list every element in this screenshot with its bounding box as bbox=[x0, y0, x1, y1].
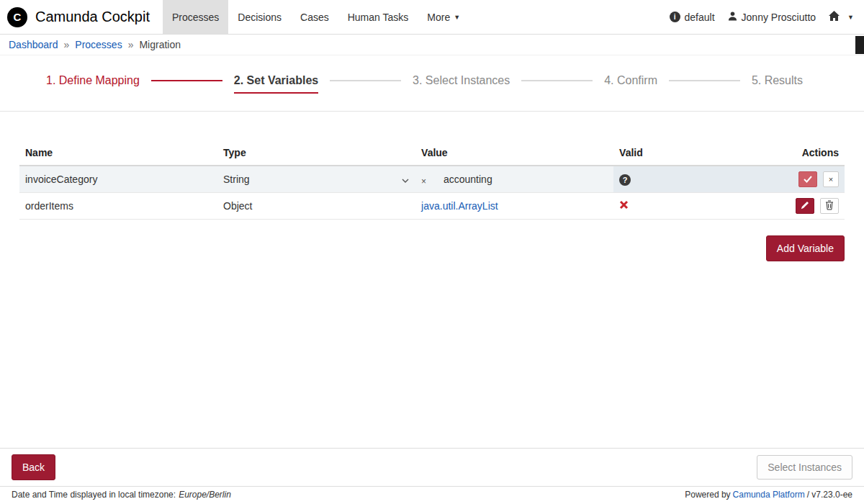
top-navbar: C Camunda Cockpit Processes Decisions Ca… bbox=[0, 0, 864, 35]
app-title: Camunda Cockpit bbox=[35, 9, 150, 25]
trash-icon bbox=[825, 200, 834, 212]
nav-item-decisions[interactable]: Decisions bbox=[228, 0, 291, 34]
user-menu[interactable]: Jonny Prosciutto bbox=[728, 11, 816, 23]
value-object-link[interactable]: java.util.ArrayList bbox=[421, 200, 498, 212]
back-button[interactable]: Back bbox=[12, 454, 55, 480]
chevron-down-icon: ▼ bbox=[847, 14, 854, 21]
edit-variable-button[interactable] bbox=[796, 198, 814, 214]
variables-table: Name Type Value Valid Actions invoiceCat… bbox=[19, 140, 845, 220]
breadcrumb-current: Migration bbox=[139, 39, 181, 50]
step-connector bbox=[151, 80, 222, 81]
breadcrumb-dashboard[interactable]: Dashboard bbox=[9, 39, 58, 50]
version-info: Powered byCamunda Platform/ v7.23.0-ee bbox=[683, 490, 852, 500]
engine-selector[interactable]: i default bbox=[670, 12, 715, 23]
nav-item-processes[interactable]: Processes bbox=[163, 0, 228, 34]
version-label: / v7.23.0-ee bbox=[807, 490, 852, 500]
app-root: C Camunda Cockpit Processes Decisions Ca… bbox=[0, 0, 864, 504]
add-variable-button[interactable]: Add Variable bbox=[766, 235, 845, 261]
page-footer: Date and Time displayed in local timezon… bbox=[0, 486, 864, 504]
step-select-instances: 3. Select Instances bbox=[413, 74, 510, 94]
valid-cell bbox=[613, 193, 754, 220]
type-select[interactable]: String bbox=[223, 174, 409, 185]
step-connector bbox=[521, 80, 593, 81]
breadcrumb: Dashboard » Processes » Migration bbox=[0, 35, 864, 55]
home-menu[interactable]: ▼ bbox=[829, 11, 854, 23]
timezone-info: Date and Time displayed in local timezon… bbox=[12, 490, 231, 500]
header-valid: Valid bbox=[613, 140, 754, 166]
chevron-down-icon bbox=[402, 174, 409, 185]
actions-cell bbox=[754, 193, 845, 220]
breadcrumb-separator: » bbox=[128, 39, 134, 50]
valid-cell: ? bbox=[613, 166, 754, 193]
header-name: Name bbox=[19, 140, 217, 166]
actions-cell: × bbox=[754, 166, 845, 193]
step-results: 5. Results bbox=[752, 74, 803, 94]
check-icon bbox=[804, 174, 812, 185]
step-connector bbox=[330, 80, 401, 81]
bottom-toolbar: Back Select Instances bbox=[0, 448, 864, 486]
select-instances-button[interactable]: Select Instances bbox=[757, 455, 852, 480]
timezone-value: Europe/Berlin bbox=[179, 490, 231, 500]
step-set-variables: 2. Set Variables bbox=[234, 74, 318, 94]
wizard-steps: 1. Define Mapping 2. Set Variables 3. Se… bbox=[0, 55, 864, 112]
variable-name-cell: orderItems bbox=[19, 193, 217, 220]
variable-name-cell: invoiceCategory bbox=[19, 166, 217, 193]
brand-link[interactable]: C Camunda Cockpit bbox=[7, 0, 163, 34]
nav-item-cases[interactable]: Cases bbox=[291, 0, 338, 34]
confirm-edit-button[interactable] bbox=[798, 171, 817, 187]
header-value: Value bbox=[415, 140, 613, 166]
variable-type-cell: String bbox=[217, 166, 415, 193]
camunda-platform-link[interactable]: Camunda Platform bbox=[733, 490, 805, 500]
table-row: invoiceCategory String × bbox=[19, 166, 845, 193]
variable-value-cell: × bbox=[415, 166, 613, 193]
main-content: Name Type Value Valid Actions invoiceCat… bbox=[0, 112, 864, 448]
help-icon[interactable]: ? bbox=[619, 174, 631, 186]
navbar-right: i default Jonny Prosciutto ▼ bbox=[670, 0, 864, 34]
nav-item-human-tasks[interactable]: Human Tasks bbox=[338, 0, 418, 34]
powered-by-label: Powered by bbox=[685, 490, 730, 500]
add-variable-row: Add Variable bbox=[19, 235, 845, 261]
chevron-down-icon: ▼ bbox=[454, 14, 460, 21]
breadcrumb-separator: » bbox=[64, 39, 70, 50]
home-icon bbox=[829, 11, 840, 23]
variable-value-cell: java.util.ArrayList bbox=[415, 193, 613, 220]
nav-item-more[interactable]: More ▼ bbox=[418, 0, 469, 34]
timezone-label: Date and Time displayed in local timezon… bbox=[12, 490, 176, 500]
breadcrumb-processes[interactable]: Processes bbox=[75, 39, 122, 50]
pencil-icon bbox=[801, 201, 809, 212]
header-type: Type bbox=[217, 140, 415, 166]
value-input[interactable] bbox=[442, 173, 550, 186]
main-nav: Processes Decisions Cases Human Tasks Mo… bbox=[163, 0, 469, 34]
panel-collapse-toggle[interactable] bbox=[855, 36, 864, 54]
table-header-row: Name Type Value Valid Actions bbox=[19, 140, 845, 166]
clear-value-button[interactable]: × bbox=[421, 176, 426, 186]
invalid-icon bbox=[619, 200, 629, 212]
step-confirm: 4. Confirm bbox=[604, 74, 657, 94]
table-row: orderItems Object java.util.ArrayList bbox=[19, 193, 845, 220]
user-icon bbox=[728, 11, 737, 23]
cancel-edit-button[interactable]: × bbox=[823, 171, 839, 187]
step-define-mapping[interactable]: 1. Define Mapping bbox=[46, 74, 140, 94]
info-icon: i bbox=[670, 12, 680, 22]
camunda-logo-icon: C bbox=[7, 7, 27, 27]
user-name: Jonny Prosciutto bbox=[742, 12, 816, 23]
delete-variable-button[interactable] bbox=[820, 198, 839, 214]
variable-type-cell: Object bbox=[217, 193, 415, 220]
step-connector bbox=[669, 80, 740, 81]
header-actions: Actions bbox=[754, 140, 845, 166]
